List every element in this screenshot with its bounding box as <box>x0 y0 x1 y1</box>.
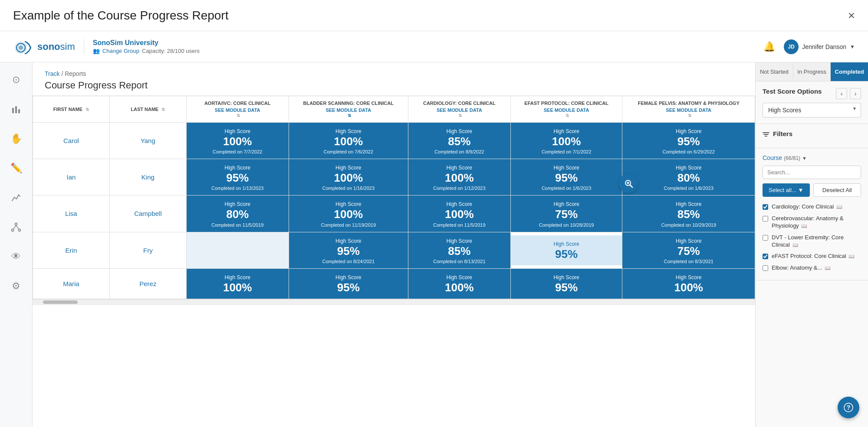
horizontal-scrollbar[interactable] <box>33 299 755 305</box>
score-value: 100% <box>414 281 505 294</box>
svg-line-9 <box>13 225 16 229</box>
sort-aorta-icon[interactable]: ⇅ <box>237 113 240 118</box>
avatar: JD <box>784 39 799 54</box>
breadcrumb: Track / Reports <box>45 70 743 77</box>
col-lastname: LAST NAME ⇅ <box>109 96 186 123</box>
score-value: 95% <box>516 281 617 294</box>
sort-efast-icon[interactable]: ⇅ <box>566 113 569 118</box>
col-femalepelvis: FEMALE PELVIS: ANATOMY & PHYSIOLOGY SEE … <box>622 96 755 123</box>
course-search-input[interactable] <box>763 166 861 179</box>
sidebar-item-dashboard[interactable]: ⊙ <box>7 71 25 88</box>
see-module-aorta[interactable]: SEE MODULE DATA <box>192 108 283 113</box>
course-checkbox[interactable] <box>763 216 768 222</box>
sort-bladder-icon[interactable]: ⇅ <box>348 113 351 118</box>
course-count: (66/81) <box>784 155 800 161</box>
course-checkbox[interactable] <box>763 254 768 259</box>
table-wrapper[interactable]: FIRST NAME ⇅ LAST NAME ⇅ AORTA/IVC: CORE… <box>33 96 755 427</box>
score-cell-content: High Score 100% Completed on 11/5/2019 <box>408 196 510 231</box>
status-tab-completed[interactable]: Completed <box>831 62 868 81</box>
change-group-link[interactable]: Change Group <box>102 48 139 54</box>
course-name: eFAST Protocol: Core Clinical 📖 <box>772 253 855 260</box>
score-value: 95% <box>294 281 403 294</box>
score-label: High Score <box>335 128 361 134</box>
sidebar-item-quiz[interactable]: ✏️ <box>7 160 25 177</box>
course-list-item: Elbow: Anatomy &... 📖 <box>763 262 861 274</box>
score-value: 100% <box>294 208 403 221</box>
sidebar-item-network[interactable] <box>7 218 25 236</box>
score-value: 95% <box>294 244 403 258</box>
col-cardiology: CARDIOLOGY: CORE CLINICAL SEE MODULE DAT… <box>408 96 510 123</box>
sort-cardiology-icon[interactable]: ⇅ <box>458 113 462 118</box>
course-filter-label[interactable]: Course (66/81) ▼ <box>763 154 807 161</box>
deselect-all-button[interactable]: Deselect All <box>813 183 861 197</box>
table-header: FIRST NAME ⇅ LAST NAME ⇅ AORTA/IVC: CORE… <box>33 96 755 123</box>
score-cell: High Score 80% Completed on 1/6/2023 <box>622 159 755 196</box>
sidebar-item-training[interactable]: ✋ <box>7 130 25 147</box>
score-date: Completed on 8/13/2021 <box>414 259 505 264</box>
see-module-efast[interactable]: SEE MODULE DATA <box>516 108 617 113</box>
score-table: FIRST NAME ⇅ LAST NAME ⇅ AORTA/IVC: CORE… <box>33 96 755 299</box>
score-cell: High Score 100% Completed on 1/12/2023 <box>408 159 510 196</box>
svg-point-2 <box>19 46 23 50</box>
sidebar-item-reports[interactable] <box>7 189 25 206</box>
status-tab-not-started[interactable]: Not Started <box>756 62 793 81</box>
logo-area: sonosim SonoSim University 👥 Change Grou… <box>13 38 200 55</box>
bell-icon[interactable]: 🔔 <box>763 41 775 52</box>
org-name: SonoSim University <box>93 39 200 47</box>
sort-femalepelvis-icon[interactable]: ⇅ <box>688 113 691 118</box>
capacity-text: Capacity: 28/100 users <box>142 48 200 54</box>
score-date: Completed on 1/16/2023 <box>294 186 403 191</box>
book-icon: 📖 <box>792 242 799 248</box>
close-button[interactable]: × <box>848 9 855 23</box>
breadcrumb-track[interactable]: Track <box>45 70 59 77</box>
select-all-button[interactable]: Select all... ▼ <box>763 183 810 197</box>
prev-option-button[interactable]: ‹ <box>836 88 847 99</box>
table-row: ErinFry High Score 95% Completed on 8/24… <box>33 232 755 268</box>
score-date: Completed on 7/1/2022 <box>516 149 617 154</box>
score-value: 95% <box>516 171 617 185</box>
score-cell: High Score 95% Completed on 1/6/2023 <box>510 159 622 196</box>
course-list-item: Cardiology: Core Clinical 📖 <box>763 201 861 213</box>
test-score-options-section: Test Score Options ‹ › High ScoresLatest… <box>756 81 868 124</box>
score-cell-content: High Score 95% Completed on 1/6/2023 <box>511 159 622 195</box>
score-cell-content: High Score 75% Completed on 10/28/2019 <box>511 196 622 231</box>
score-cell: High Score 85% Completed on 8/13/2021 <box>408 232 510 268</box>
score-type-select[interactable]: High ScoresLatest ScoresAverage Scores <box>763 103 861 117</box>
course-list-item: DVT - Lower Extremity: Core Clinical 📖 <box>763 232 861 251</box>
score-cell: High Score 100% Completed on 7/7/2022 <box>186 123 289 159</box>
score-value: 95% <box>628 135 750 148</box>
zoom-button[interactable] <box>619 174 638 193</box>
sidebar-item-review[interactable]: 👁 <box>7 248 25 265</box>
score-cell-content: High Score 100% <box>408 269 510 299</box>
next-option-button[interactable]: › <box>850 88 861 99</box>
sort-firstname-icon[interactable]: ⇅ <box>85 107 89 112</box>
score-value: 100% <box>192 135 283 148</box>
course-checkbox[interactable] <box>763 235 768 241</box>
see-module-bladder[interactable]: SEE MODULE DATA <box>294 108 403 113</box>
sort-lastname-icon[interactable]: ⇅ <box>161 107 165 112</box>
col-bladder: BLADDER SCANNING: CORE CLINICAL SEE MODU… <box>289 96 408 123</box>
score-value: 95% <box>192 171 283 185</box>
course-checkbox[interactable] <box>763 265 768 271</box>
chevron-down-icon[interactable]: ▼ <box>850 44 855 50</box>
score-cell: High Score 75% Completed on 8/3/2021 <box>622 232 755 268</box>
course-chevron-icon[interactable]: ▼ <box>802 156 807 161</box>
status-tab-in-progress[interactable]: In Progress <box>793 62 831 81</box>
score-cell-content: High Score 100% Completed on 1/16/2023 <box>289 159 408 195</box>
help-button[interactable]: ? <box>838 397 859 418</box>
score-label: High Score <box>447 201 472 207</box>
right-panel-scroll[interactable]: Test Score Options ‹ › High ScoresLatest… <box>756 81 868 427</box>
see-module-femalepelvis[interactable]: SEE MODULE DATA <box>628 108 750 113</box>
score-cell-content: High Score 95% <box>511 269 622 299</box>
cell-lastname: Fry <box>109 232 186 268</box>
see-module-cardiology[interactable]: SEE MODULE DATA <box>414 108 505 113</box>
course-checkbox[interactable] <box>763 204 768 210</box>
book-icon: 📖 <box>801 223 807 228</box>
book-icon: 📖 <box>848 254 855 259</box>
score-date: Completed on 8/9/2022 <box>414 149 505 154</box>
score-value: 85% <box>414 135 505 148</box>
title-bar: Example of the Course Progress Report × <box>0 0 868 31</box>
svg-line-10 <box>16 225 19 229</box>
sidebar-item-settings[interactable]: ⚙ <box>7 277 25 295</box>
sidebar-item-analytics[interactable] <box>7 101 25 118</box>
